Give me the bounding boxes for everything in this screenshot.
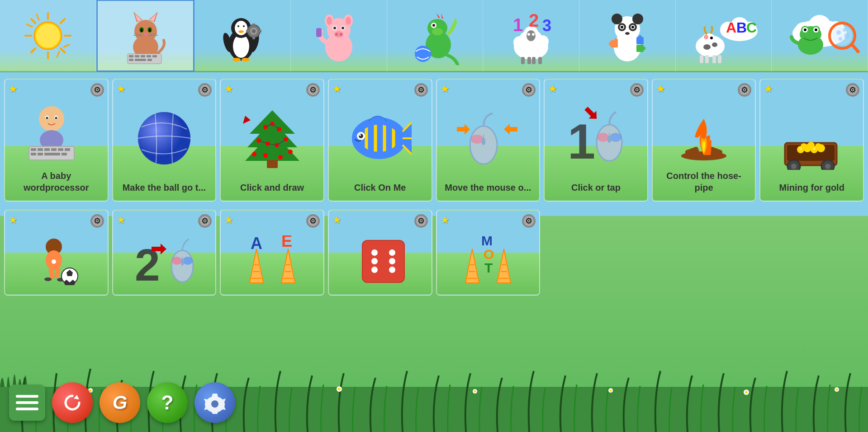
- svg-rect-54: [252, 23, 255, 27]
- top-bar-panda[interactable]: [579, 0, 676, 72]
- svg-rect-91: [532, 57, 536, 64]
- games-button[interactable]: G: [100, 382, 140, 423]
- star-icon: ★: [441, 83, 450, 97]
- menu-button[interactable]: [9, 385, 45, 421]
- svg-marker-209: [457, 124, 470, 135]
- settings-gear[interactable]: ⚙: [738, 83, 751, 97]
- settings-gear[interactable]: ⚙: [198, 83, 212, 97]
- settings-gear[interactable]: ⚙: [522, 214, 536, 228]
- top-bar-sun[interactable]: [0, 0, 96, 72]
- svg-marker-252: [250, 249, 263, 283]
- top-bar-dragon[interactable]: [387, 0, 484, 72]
- game-card-football[interactable]: ★ ⚙: [4, 210, 109, 296]
- svg-point-250: [183, 257, 193, 265]
- card-image-dice: [348, 232, 412, 289]
- settings-gear[interactable]: ⚙: [90, 83, 104, 97]
- top-bar-pig[interactable]: [291, 0, 387, 72]
- game-card-click-on-me[interactable]: ★ ⚙: [328, 79, 432, 202]
- settings-gear[interactable]: ⚙: [522, 83, 536, 97]
- empty-cell-7: [652, 210, 756, 296]
- svg-text:E: E: [281, 235, 292, 250]
- game-card-click-tap[interactable]: ★ ⚙ 1: [544, 79, 648, 202]
- svg-line-12: [64, 45, 69, 47]
- svg-line-10: [57, 52, 59, 57]
- settings-gear[interactable]: ⚙: [198, 214, 212, 228]
- empty-cell-8: [759, 210, 864, 296]
- svg-point-214: [610, 133, 621, 142]
- star-icon: ★: [548, 83, 557, 97]
- svg-point-234: [813, 147, 816, 150]
- svg-point-53: [252, 29, 256, 33]
- settings-gear[interactable]: ⚙: [630, 83, 644, 97]
- svg-text:B: B: [736, 19, 747, 36]
- svg-marker-296: [74, 395, 79, 399]
- card-label-click-tap: Click or tap: [569, 178, 622, 197]
- svg-point-86: [526, 30, 536, 41]
- game-card-pyramid-letters[interactable]: ★ ⚙ A E: [220, 210, 324, 296]
- card-label-move-mouse: Move the mouse o...: [443, 178, 533, 197]
- game-card-pyramid-words[interactable]: ★ ⚙ M O T: [436, 210, 541, 296]
- svg-point-46: [238, 30, 244, 33]
- game-card-dice[interactable]: ★ ⚙: [328, 210, 432, 296]
- game-card-click-draw[interactable]: ★ ⚙: [220, 79, 324, 202]
- svg-point-66: [333, 27, 336, 29]
- svg-rect-207: [482, 138, 485, 145]
- svg-point-24: [144, 33, 147, 35]
- svg-point-232: [815, 143, 821, 150]
- svg-rect-55: [252, 36, 255, 39]
- back-button[interactable]: [52, 382, 93, 423]
- settings-gear[interactable]: ⚙: [90, 214, 104, 228]
- svg-rect-71: [316, 28, 322, 37]
- star-icon: ★: [656, 83, 665, 97]
- svg-point-181: [288, 150, 293, 154]
- help-icon-label: ?: [161, 391, 174, 414]
- settings-gear[interactable]: ⚙: [414, 83, 428, 97]
- card-label-ball: Make the ball go t...: [121, 178, 208, 197]
- svg-point-124: [712, 42, 717, 47]
- star-icon: ★: [9, 83, 18, 97]
- svg-point-239: [44, 277, 52, 281]
- game-card-ball[interactable]: ★ ⚙: [112, 79, 217, 202]
- top-bar-numbers[interactable]: 1 2 3: [483, 0, 579, 72]
- svg-marker-184: [243, 116, 251, 124]
- svg-rect-161: [58, 148, 63, 151]
- game-card-mouse-click-2[interactable]: ★ ⚙ 2: [112, 210, 217, 296]
- svg-point-150: [39, 106, 64, 131]
- game-card-mining-gold[interactable]: ★ ⚙: [759, 79, 864, 202]
- svg-rect-36: [135, 59, 146, 61]
- svg-point-241: [52, 259, 56, 264]
- top-bar-abc[interactable]: A B C: [676, 0, 772, 72]
- card-image-baby-wordprocessor: [24, 101, 88, 164]
- svg-point-126: [710, 37, 713, 39]
- svg-point-13: [36, 24, 60, 47]
- card-top-row: ★ ⚙: [441, 214, 536, 228]
- game-grid-row2: ★ ⚙: [0, 208, 868, 302]
- svg-point-15: [134, 20, 157, 42]
- star-icon: ★: [332, 83, 342, 97]
- settings-gear[interactable]: ⚙: [846, 83, 859, 97]
- card-image-pyramid-words: M O T: [456, 232, 520, 289]
- help-button[interactable]: ?: [147, 382, 188, 423]
- svg-rect-163: [31, 153, 36, 155]
- game-card-baby-wordprocessor[interactable]: ★ ⚙: [4, 79, 109, 202]
- game-card-hose-pipe[interactable]: ★ ⚙ Control the hose-pipe: [652, 79, 756, 202]
- settings-gear[interactable]: ⚙: [414, 214, 428, 228]
- svg-point-104: [621, 26, 623, 28]
- svg-marker-78: [441, 14, 443, 19]
- top-bar-frog[interactable]: [772, 0, 868, 72]
- star-icon: ★: [224, 83, 233, 97]
- svg-rect-129: [712, 55, 716, 63]
- svg-point-108: [614, 38, 618, 42]
- card-top-row: ★ ⚙: [332, 83, 428, 97]
- svg-text:T: T: [484, 260, 493, 275]
- svg-point-206: [471, 135, 484, 144]
- svg-point-70: [340, 33, 342, 36]
- settings-button[interactable]: [194, 382, 235, 423]
- svg-rect-162: [65, 148, 70, 151]
- game-card-move-mouse[interactable]: ★ ⚙ Move the mouse o...: [436, 79, 541, 202]
- top-bar-penguin[interactable]: [194, 0, 291, 72]
- card-label-click-draw: Click and draw: [238, 178, 306, 197]
- top-bar-cat[interactable]: [96, 0, 195, 72]
- settings-gear[interactable]: ⚙: [306, 83, 320, 97]
- settings-gear[interactable]: ⚙: [306, 214, 320, 228]
